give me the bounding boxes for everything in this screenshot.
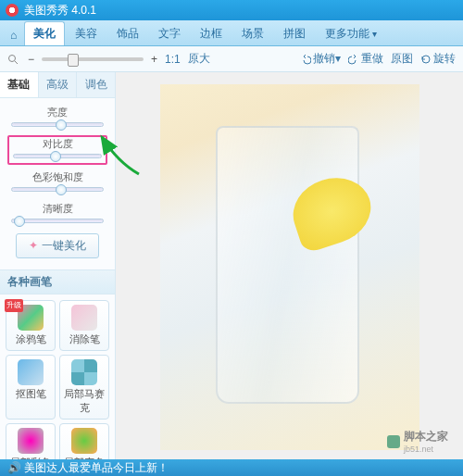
redo-icon (348, 54, 359, 65)
rotate-button[interactable]: 旋转 (420, 51, 456, 67)
app-title: 美图秀秀 4.0.1 (24, 3, 96, 19)
watermark: 脚本之家 jb51.net (387, 429, 448, 454)
main-area: 基础 高级 调色 亮度 对比度 色彩饱和度 清晰度 一键美化 各种画笔 (0, 72, 463, 461)
saturation-label: 色彩饱和度 (9, 170, 106, 184)
saturation-row: 色彩饱和度 (7, 169, 107, 196)
contrast-slider[interactable] (13, 154, 102, 158)
sharpness-label: 清晰度 (9, 202, 106, 216)
tab-border[interactable]: 边框 (191, 21, 232, 45)
edited-photo (160, 84, 419, 450)
tab-scene[interactable]: 场景 (232, 21, 273, 45)
contrast-row: 对比度 (7, 135, 107, 165)
brightness-row: 亮度 (7, 104, 107, 132)
brush-section-header: 各种画笔 (0, 269, 115, 294)
tab-beautify[interactable]: 美化 (24, 21, 65, 45)
redo-button[interactable]: 重做 (348, 51, 383, 67)
brush-cutout[interactable]: 抠图笔 (6, 355, 56, 420)
speaker-icon: 🔊 (7, 461, 21, 474)
subtab-color[interactable]: 调色 (77, 72, 115, 97)
rotate-icon (420, 54, 432, 65)
brightness-slider[interactable] (11, 122, 104, 127)
one-key-beautify-button[interactable]: 一键美化 (16, 233, 99, 258)
tab-home[interactable]: ⌂ (4, 24, 23, 45)
tab-accessories[interactable]: 饰品 (107, 21, 148, 45)
sharpness-row: 清晰度 (7, 200, 107, 228)
sliders-panel: 亮度 对比度 色彩饱和度 清晰度 一键美化 (0, 98, 115, 269)
eraser-icon (71, 305, 97, 331)
svg-point-0 (9, 55, 16, 61)
photo-lemon (284, 168, 379, 254)
brush-eraser[interactable]: 消除笔 (59, 300, 109, 351)
undo-button[interactable]: 撤销▾ (300, 51, 341, 67)
watermark-icon (387, 435, 400, 448)
brush-mosaic[interactable]: 局部马赛克 (59, 355, 109, 420)
svg-line-1 (15, 61, 18, 64)
photo-glass (216, 126, 359, 404)
toolbar: − + 1:1 原大 撤销▾ 重做 原图 旋转 (0, 46, 463, 72)
tab-text[interactable]: 文字 (149, 21, 190, 45)
color-pen-icon (18, 428, 44, 454)
tab-beauty[interactable]: 美容 (66, 21, 106, 45)
canvas-area[interactable] (116, 72, 463, 461)
cutout-pen-icon (18, 359, 44, 385)
magnifier-icon (7, 54, 19, 65)
brush-grid: 升级涂鸦笔 消除笔 抠图笔 局部马赛克 局部彩色笔 局部变色笔 背景虚化 new… (0, 294, 115, 476)
restore-button[interactable]: 原图 (391, 51, 413, 67)
zoom-in[interactable]: + (151, 53, 157, 66)
title-bar: 美图秀秀 4.0.1 (0, 0, 463, 20)
status-text: 美图达人最爱单品今日上新！ (24, 461, 169, 474)
app-icon (6, 4, 19, 17)
tab-more[interactable]: 更多功能 (316, 21, 386, 45)
contrast-label: 对比度 (11, 137, 104, 151)
main-tabs: ⌂ 美化 美容 饰品 文字 边框 场景 拼图 更多功能 (0, 20, 463, 46)
recolor-pen-icon (71, 428, 97, 454)
sidebar: 基础 高级 调色 亮度 对比度 色彩饱和度 清晰度 一键美化 各种画笔 (0, 72, 116, 461)
subtab-basic[interactable]: 基础 (0, 72, 39, 97)
brush-doodle[interactable]: 升级涂鸦笔 (6, 300, 56, 351)
status-bar: 🔊 美图达人最爱单品今日上新！ (0, 459, 463, 476)
mosaic-icon (71, 359, 97, 385)
sharpness-slider[interactable] (11, 219, 104, 223)
zoom-original[interactable]: 原大 (188, 51, 210, 67)
sub-tabs: 基础 高级 调色 (0, 72, 115, 98)
zoom-out[interactable]: − (28, 53, 34, 66)
undo-icon (300, 54, 311, 65)
brightness-label: 亮度 (9, 106, 106, 119)
subtab-advanced[interactable]: 高级 (39, 72, 78, 97)
tab-collage[interactable]: 拼图 (274, 21, 315, 45)
zoom-ratio[interactable]: 1:1 (165, 53, 181, 66)
zoom-slider[interactable] (42, 57, 144, 61)
saturation-slider[interactable] (11, 187, 104, 192)
